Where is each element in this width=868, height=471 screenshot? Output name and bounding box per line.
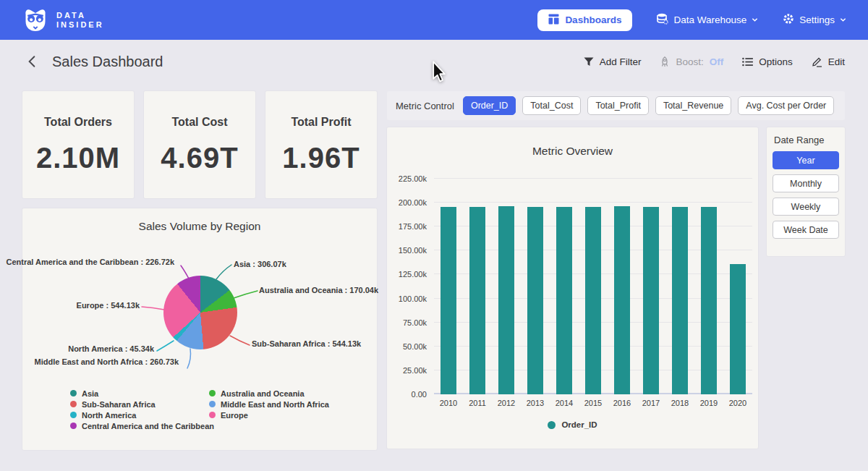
- pie-chart-panel: Sales Volume by Region Asia : 306.07kAus…: [22, 208, 377, 450]
- date-button-weekly[interactable]: Weekly: [773, 198, 839, 216]
- metric-button-avg-cost-per-order[interactable]: Avg. Cost per Order: [738, 96, 834, 115]
- legend-dot: [209, 412, 216, 418]
- app-screen: DATA INSIDER Dashboards: [0, 0, 868, 471]
- header-actions: Add Filter Boost: Off Options: [584, 56, 845, 67]
- bar-column: [521, 179, 550, 394]
- x-tick-label: 2012: [492, 399, 521, 407]
- bar-column: [608, 179, 637, 394]
- metric-button-total-cost[interactable]: Total_Cost: [522, 96, 581, 115]
- bar-2013[interactable]: [527, 207, 543, 394]
- y-tick-label: 25.00k: [387, 366, 427, 375]
- metric-control-strip: Metric Control Order_IDTotal_CostTotal_P…: [387, 91, 845, 120]
- x-tick-label: 2013: [521, 399, 550, 407]
- bar-column: [463, 179, 492, 394]
- bar-legend-label: Order_ID: [561, 420, 597, 429]
- date-range-buttons: YearMonthlyWeeklyWeek Date: [773, 151, 839, 239]
- bar-column: [492, 179, 521, 394]
- nav-data-warehouse[interactable]: Data Warehouse: [657, 13, 758, 27]
- add-filter-button[interactable]: Add Filter: [584, 56, 642, 67]
- left-column: Total Orders 2.10M Total Cost 4.69T Tota…: [22, 91, 377, 450]
- pencil-icon: [812, 56, 822, 67]
- y-tick-label: 75.00k: [387, 318, 427, 327]
- right-column: Metric Control Order_IDTotal_CostTotal_P…: [387, 91, 845, 449]
- date-button-year[interactable]: Year: [773, 151, 839, 169]
- bar-legend: Order_ID: [387, 420, 758, 429]
- bar-2020[interactable]: [730, 264, 746, 394]
- nav-settings-label: Settings: [799, 14, 835, 25]
- legend-label: Asia: [82, 389, 98, 398]
- nav-dashboards-button[interactable]: Dashboards: [537, 9, 632, 31]
- options-button[interactable]: Options: [742, 56, 793, 67]
- legend-item: Middle East and North Africa: [209, 399, 329, 410]
- metric-button-order-id[interactable]: Order_ID: [463, 96, 516, 115]
- legend-item: Asia: [70, 388, 214, 399]
- kpi-row: Total Orders 2.10M Total Cost 4.69T Tota…: [22, 91, 377, 198]
- legend-dot: [70, 401, 77, 407]
- bar-2010[interactable]: [441, 207, 456, 394]
- bar-chart-panel: Metric Overview 0.0025.00k50.00k75.00k10…: [387, 127, 758, 449]
- x-tick-label: 2010: [434, 399, 463, 407]
- bar-column: [550, 179, 579, 394]
- list-icon: [742, 57, 753, 67]
- edit-button[interactable]: Edit: [812, 56, 845, 67]
- page-header: Sales Dashboard Add Filter Boost: Off: [0, 40, 868, 83]
- legend-item: Europe: [209, 410, 329, 420]
- y-tick-label: 0.00: [387, 390, 427, 399]
- legend-item: Sub-Saharan Africa: [70, 399, 214, 410]
- y-tick-label: 100.00k: [387, 294, 427, 303]
- date-button-week-date[interactable]: Week Date: [773, 221, 839, 239]
- legend-dot: [209, 390, 216, 396]
- page-title: Sales Dashboard: [52, 54, 163, 70]
- owl-logo-icon: [22, 6, 49, 35]
- edit-label: Edit: [828, 56, 845, 67]
- bar-2015[interactable]: [585, 207, 601, 394]
- date-button-monthly[interactable]: Monthly: [773, 174, 839, 192]
- nav-dashboards-label: Dashboards: [565, 14, 621, 25]
- bar-column: [665, 179, 694, 394]
- legend-label: Sub-Saharan Africa: [82, 400, 156, 409]
- rocket-icon: [660, 56, 670, 67]
- pie-slice-label: Central America and the Caribbean : 226.…: [6, 258, 174, 266]
- y-tick-label: 50.00k: [387, 342, 427, 351]
- y-tick-label: 200.00k: [387, 198, 427, 207]
- x-tick-label: 2011: [463, 399, 492, 407]
- legend-label: North America: [82, 411, 136, 420]
- legend-item: North America: [70, 410, 214, 420]
- pie-slice-label: Europe : 544.13k: [77, 301, 140, 310]
- legend-dot: [548, 421, 556, 429]
- bar-2014[interactable]: [556, 207, 572, 394]
- nav-settings[interactable]: Settings: [783, 13, 846, 27]
- boost-state: Off: [710, 56, 724, 67]
- legend-dot: [209, 401, 216, 407]
- y-tick-label: 125.00k: [387, 270, 427, 279]
- bar-2017[interactable]: [643, 207, 659, 394]
- metric-button-total-revenue[interactable]: Total_Revenue: [655, 96, 731, 115]
- legend-label: Europe: [221, 411, 248, 420]
- bar-column: [434, 179, 463, 394]
- pie-slice-label: North America : 45.34k: [68, 344, 154, 353]
- pie-disc[interactable]: [163, 276, 237, 349]
- back-button[interactable]: [23, 52, 41, 71]
- bar-2011[interactable]: [469, 207, 485, 394]
- boost-toggle[interactable]: Boost: Off: [660, 56, 723, 67]
- filter-icon: [584, 57, 594, 67]
- date-range-label: Date Range: [774, 135, 839, 145]
- bar-2019[interactable]: [701, 207, 717, 394]
- top-navbar: DATA INSIDER Dashboards: [0, 0, 868, 40]
- bar-2018[interactable]: [672, 207, 688, 394]
- boost-label: Boost:: [676, 56, 703, 67]
- x-tick-label: 2015: [579, 399, 608, 407]
- gear-icon: [783, 13, 794, 27]
- bar-2016[interactable]: [614, 206, 630, 394]
- metric-button-total-profit[interactable]: Total_Profit: [587, 96, 649, 115]
- legend-dot: [70, 423, 77, 429]
- brand-logo[interactable]: DATA INSIDER: [22, 6, 104, 35]
- bar-chart-y-axis: 0.0025.00k50.00k75.00k100.00k125.00k150.…: [387, 179, 427, 394]
- options-label: Options: [759, 56, 793, 67]
- bar-2012[interactable]: [498, 206, 514, 394]
- x-tick-label: 2020: [723, 399, 752, 407]
- bar-column: [694, 179, 723, 394]
- navbar-menu: Dashboards Data Warehouse: [537, 9, 846, 31]
- kpi-card-total-profit: Total Profit 1.96T: [265, 91, 377, 198]
- bars-row: [434, 179, 752, 394]
